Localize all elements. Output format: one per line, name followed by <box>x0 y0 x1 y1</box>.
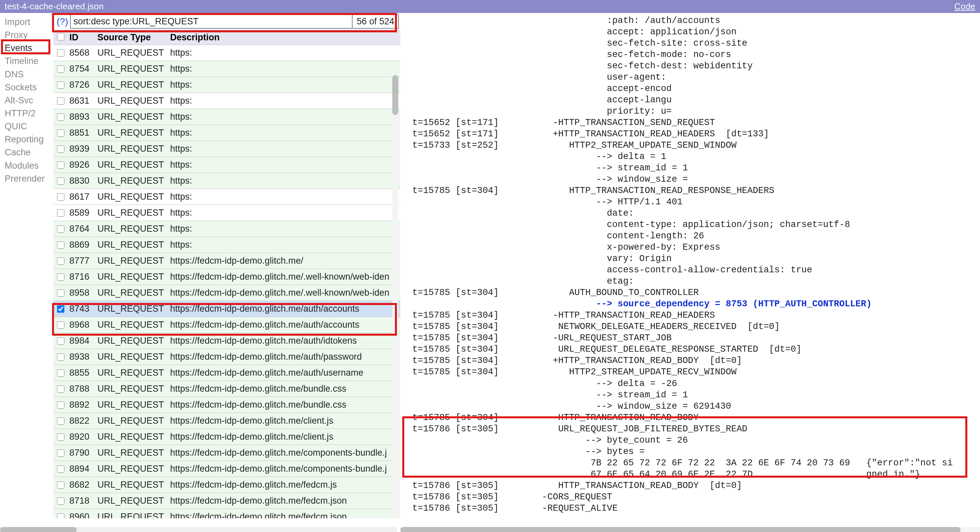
row-id: 8894 <box>68 464 96 474</box>
sidebar-item-quic[interactable]: QUIC <box>5 120 51 133</box>
table-row[interactable]: 8718URL_REQUESThttps://fedcm-idp-demo.gl… <box>53 493 400 509</box>
sidebar-item-dns[interactable]: DNS <box>5 68 51 81</box>
row-checkbox[interactable] <box>57 337 64 345</box>
table-row[interactable]: 8851URL_REQUESThttps: <box>53 125 400 141</box>
row-checkbox[interactable] <box>57 385 64 393</box>
row-checkbox[interactable] <box>57 65 64 73</box>
log-line: t=15785 [st=304] NETWORK_DELEGATE_HEADER… <box>412 321 980 332</box>
row-type: URL_REQUEST <box>96 495 168 506</box>
filter-input[interactable] <box>70 14 353 29</box>
table-row[interactable]: 8822URL_REQUESThttps://fedcm-idp-demo.gl… <box>53 413 400 429</box>
row-type: URL_REQUEST <box>96 192 168 202</box>
table-row[interactable]: 8968URL_REQUESThttps://fedcm-idp-demo.gl… <box>53 317 400 333</box>
sidebar-item-cache[interactable]: Cache <box>5 146 51 159</box>
table-row[interactable]: 8764URL_REQUESThttps: <box>53 221 400 237</box>
row-checkbox[interactable] <box>57 97 64 105</box>
header-type[interactable]: Source Type <box>96 32 168 43</box>
horizontal-scrollbar-left[interactable] <box>0 527 397 532</box>
table-row[interactable]: 8568URL_REQUESThttps: <box>53 45 400 61</box>
row-checkbox[interactable] <box>57 129 64 137</box>
sidebar-item-http2[interactable]: HTTP/2 <box>5 107 51 120</box>
table-row[interactable]: 8893URL_REQUESThttps: <box>53 109 400 125</box>
sidebar-item-altsvc[interactable]: Alt-Svc <box>5 94 51 107</box>
row-id: 8788 <box>68 384 96 394</box>
table-row[interactable]: 8869URL_REQUESThttps: <box>53 237 400 253</box>
row-checkbox[interactable] <box>57 449 64 457</box>
table-row[interactable]: 8939URL_REQUESThttps: <box>53 141 400 157</box>
row-checkbox[interactable] <box>57 226 64 233</box>
row-checkbox[interactable] <box>57 497 64 505</box>
row-checkbox[interactable] <box>57 513 64 519</box>
table-row[interactable]: 8920URL_REQUESThttps://fedcm-idp-demo.gl… <box>53 429 400 445</box>
table-row[interactable]: 8894URL_REQUESThttps://fedcm-idp-demo.gl… <box>53 461 400 477</box>
table-row[interactable]: 8754URL_REQUESThttps: <box>53 61 400 77</box>
row-type: URL_REQUEST <box>96 512 168 518</box>
header-desc[interactable]: Description <box>168 32 400 43</box>
table-row[interactable]: 8984URL_REQUESThttps://fedcm-idp-demo.gl… <box>53 333 400 349</box>
table-row[interactable]: 8830URL_REQUESThttps: <box>53 173 400 189</box>
sidebar-item-events[interactable]: Events <box>5 42 51 55</box>
row-checkbox[interactable] <box>57 417 64 425</box>
row-checkbox[interactable] <box>57 353 64 360</box>
sidebar-item-sockets[interactable]: Sockets <box>5 81 51 94</box>
row-checkbox[interactable] <box>57 257 64 265</box>
table-row[interactable]: 8617URL_REQUESThttps: <box>53 189 400 205</box>
vertical-scrollbar[interactable] <box>392 75 398 518</box>
row-checkbox[interactable] <box>57 49 64 57</box>
row-checkbox[interactable] <box>57 81 64 89</box>
row-desc: https: <box>168 48 400 58</box>
filter-help-link[interactable]: (?) <box>55 16 70 27</box>
row-desc: https: <box>168 112 400 122</box>
row-checkbox[interactable] <box>57 369 64 377</box>
table-row[interactable]: 8958URL_REQUESThttps://fedcm-idp-demo.gl… <box>53 285 400 301</box>
table-row[interactable]: 8682URL_REQUESThttps://fedcm-idp-demo.gl… <box>53 477 400 493</box>
row-checkbox[interactable] <box>57 113 64 121</box>
sidebar-item-modules[interactable]: Modules <box>5 159 51 172</box>
row-checkbox[interactable] <box>57 465 64 473</box>
row-checkbox[interactable] <box>57 481 64 489</box>
sidebar-item-prerender[interactable]: Prerender <box>5 172 51 185</box>
row-checkbox[interactable] <box>57 241 64 249</box>
table-row[interactable]: 8743URL_REQUESThttps://fedcm-idp-demo.gl… <box>53 301 400 317</box>
table-row[interactable]: 8777URL_REQUESThttps://fedcm-idp-demo.gl… <box>53 253 400 269</box>
row-desc: https://fedcm-idp-demo.glitch.me/bundle.… <box>168 400 400 410</box>
row-checkbox[interactable] <box>57 177 64 185</box>
row-checkbox[interactable] <box>57 289 64 297</box>
sidebar-item-timeline[interactable]: Timeline <box>5 55 51 68</box>
table-row[interactable]: 8926URL_REQUESThttps: <box>53 157 400 173</box>
log-line: t=15785 [st=304] -HTTP_TRANSACTION_READ_… <box>412 310 980 321</box>
sidebar-item-reporting[interactable]: Reporting <box>5 133 51 146</box>
table-row[interactable]: 8788URL_REQUESThttps://fedcm-idp-demo.gl… <box>53 381 400 397</box>
table-row[interactable]: 8716URL_REQUESThttps://fedcm-idp-demo.gl… <box>53 269 400 285</box>
sidebar-item-proxy[interactable]: Proxy <box>5 29 51 42</box>
table-row[interactable]: 8960URL_REQUESThttps://fedcm-idp-demo.gl… <box>53 509 400 518</box>
row-desc: https: <box>168 176 400 186</box>
row-checkbox[interactable] <box>57 321 64 329</box>
row-checkbox[interactable] <box>57 273 64 281</box>
select-all-checkbox[interactable] <box>57 33 64 40</box>
row-checkbox[interactable] <box>57 145 64 152</box>
row-checkbox[interactable] <box>57 401 64 409</box>
horizontal-scrollbar-right[interactable] <box>400 527 980 532</box>
table-row[interactable]: 8631URL_REQUESThttps: <box>53 93 400 109</box>
row-checkbox[interactable] <box>57 161 64 169</box>
row-checkbox[interactable] <box>57 193 64 201</box>
table-row[interactable]: 8790URL_REQUESThttps://fedcm-idp-demo.gl… <box>53 445 400 461</box>
table-row[interactable]: 8726URL_REQUESThttps: <box>53 77 400 93</box>
row-id: 8869 <box>68 240 96 250</box>
code-link[interactable]: Code <box>954 2 975 12</box>
row-checkbox[interactable] <box>57 305 64 313</box>
sidebar-item-import[interactable]: Import <box>5 16 51 29</box>
table-row[interactable]: 8855URL_REQUESThttps://fedcm-idp-demo.gl… <box>53 365 400 381</box>
row-checkbox[interactable] <box>57 434 64 441</box>
table-row[interactable]: 8892URL_REQUESThttps://fedcm-idp-demo.gl… <box>53 397 400 413</box>
table-row[interactable]: 8589URL_REQUESThttps: <box>53 205 400 221</box>
table-row[interactable]: 8938URL_REQUESThttps://fedcm-idp-demo.gl… <box>53 349 400 365</box>
log-line: vary: Origin <box>412 253 980 264</box>
header-id[interactable]: ID <box>68 32 96 43</box>
row-desc: https: <box>168 144 400 154</box>
row-checkbox[interactable] <box>57 209 64 217</box>
row-id: 8892 <box>68 400 96 410</box>
row-desc: https://fedcm-idp-demo.glitch.me/bundle.… <box>168 384 400 394</box>
filter-bar: (?) 56 of 524 <box>53 14 400 29</box>
